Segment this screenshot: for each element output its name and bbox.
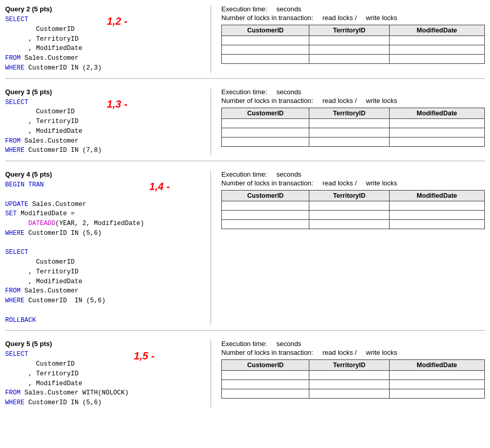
- query5-locks: Number of locks in transaction: read loc…: [221, 349, 485, 356]
- table-row: [222, 201, 485, 211]
- query4-annotation: 1,4 -: [149, 181, 170, 193]
- query3-col-customerid: CustomerID: [222, 108, 309, 118]
- query4-title: Query 4 (5 pts): [5, 170, 144, 178]
- query4-col-modifieddate: ModifiedDate: [389, 191, 484, 201]
- query4-locks: Number of locks in transaction: read loc…: [221, 179, 485, 187]
- query3-col-territoryid: TerritoryID: [309, 108, 389, 118]
- query2-col-territoryid: TerritoryID: [309, 25, 389, 36]
- query3-code: SELECT CustomerID , TerritoryID , Modifi…: [5, 98, 102, 156]
- query5-col-customerid: CustomerID: [222, 360, 309, 371]
- query3-col-modifieddate: ModifiedDate: [389, 108, 484, 118]
- query5-code: SELECT CustomerID , TerritoryID , Modifi…: [5, 350, 129, 408]
- query5-title: Query 5 (5 pts): [5, 340, 129, 348]
- query4-left: Query 4 (5 pts) BEGIN TRAN UPDATE Sales.…: [5, 170, 211, 325]
- table-row: [222, 211, 485, 220]
- query2-section: Query 2 (5 pts) SELECT CustomerID , Terr…: [5, 5, 485, 79]
- query2-col-customerid: CustomerID: [222, 25, 309, 36]
- table-row: [222, 55, 485, 64]
- query2-code: SELECT CustomerID , TerritoryID , Modifi…: [5, 15, 102, 73]
- query3-title: Query 3 (5 pts): [5, 88, 102, 96]
- query3-section: Query 3 (5 pts) SELECT CustomerID , Terr…: [5, 88, 485, 162]
- query4-section: Query 4 (5 pts) BEGIN TRAN UPDATE Sales.…: [5, 170, 485, 331]
- query3-right: Execution time: seconds Number of locks …: [211, 88, 485, 156]
- query2-left: Query 2 (5 pts) SELECT CustomerID , Terr…: [5, 5, 211, 73]
- query5-table: CustomerID TerritoryID ModifiedDate: [221, 359, 485, 399]
- query4-table: CustomerID TerritoryID ModifiedDate: [221, 190, 485, 229]
- query3-table: CustomerID TerritoryID ModifiedDate: [221, 108, 485, 147]
- table-row: [222, 118, 485, 128]
- query4-exec: Execution time: seconds: [221, 170, 485, 178]
- query5-col-territoryid: TerritoryID: [309, 360, 389, 371]
- query2-right: Execution time: seconds Number of locks …: [211, 5, 485, 73]
- query2-table: CustomerID TerritoryID ModifiedDate: [221, 25, 485, 64]
- query3-left: Query 3 (5 pts) SELECT CustomerID , Terr…: [5, 88, 211, 156]
- query2-annotation: 1,2 -: [107, 15, 128, 27]
- query2-locks: Number of locks in transaction: read loc…: [221, 14, 485, 22]
- query4-right: Execution time: seconds Number of locks …: [211, 170, 485, 325]
- query4-col-customerid: CustomerID: [222, 191, 309, 201]
- query5-exec: Execution time: seconds: [221, 340, 485, 348]
- table-row: [222, 380, 485, 389]
- query3-exec: Execution time: seconds: [221, 88, 485, 96]
- query2-title: Query 2 (5 pts): [5, 5, 102, 13]
- query5-annotation: 1,5 -: [134, 350, 154, 362]
- query3-annotation: 1,3 -: [107, 98, 128, 110]
- query5-left: Query 5 (5 pts) SELECT CustomerID , Terr…: [5, 340, 211, 408]
- query4-code: BEGIN TRAN UPDATE Sales.Customer SET Mod…: [5, 180, 144, 325]
- table-row: [222, 128, 485, 137]
- query2-col-modifieddate: ModifiedDate: [389, 25, 484, 36]
- table-row: [222, 371, 485, 380]
- table-row: [222, 220, 485, 229]
- table-row: [222, 36, 485, 45]
- query5-col-modifieddate: ModifiedDate: [389, 360, 484, 371]
- query4-col-territoryid: TerritoryID: [309, 191, 389, 201]
- table-row: [222, 137, 485, 146]
- query3-locks: Number of locks in transaction: read loc…: [221, 97, 485, 105]
- query2-exec: Execution time: seconds: [221, 5, 485, 13]
- query5-right: Execution time: seconds Number of locks …: [211, 340, 485, 408]
- table-row: [222, 45, 485, 55]
- table-row: [222, 389, 485, 399]
- query5-section: Query 5 (5 pts) SELECT CustomerID , Terr…: [5, 340, 485, 413]
